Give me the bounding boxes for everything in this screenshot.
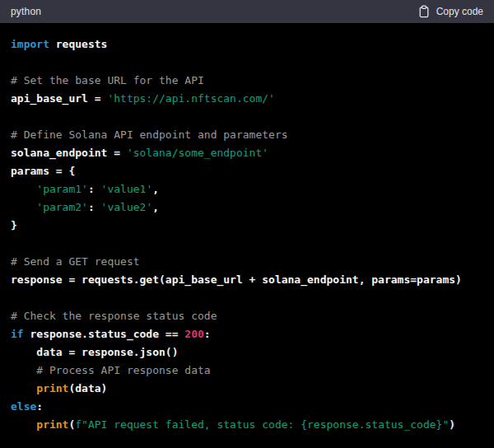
code-token-pl [11, 364, 36, 376]
code-token-pl [11, 418, 36, 431]
code-token-str: f"API request failed, status code: {resp… [75, 418, 449, 431]
code-line: print(data) [11, 380, 483, 398]
code-line: if response.status_code == 200: [11, 325, 483, 343]
code-token-com: # Send a GET request [11, 255, 140, 268]
code-token-str: 'value2' [101, 201, 153, 213]
code-line: response = requests.get(api_base_url + s… [11, 271, 483, 289]
code-token-str: 'solana/some_endpoint' [127, 147, 268, 159]
code-token-pl: requests [49, 38, 107, 50]
code-token-pl: api_base_url = [11, 92, 107, 105]
code-content: import requests # Set the base URL for t… [0, 23, 494, 448]
code-line: # Check the response status code [11, 307, 483, 325]
code-token-pl: : [204, 328, 211, 340]
code-line: # Define Solana API endpoint and paramet… [11, 126, 483, 144]
copy-code-button[interactable]: Copy code [418, 5, 483, 18]
code-line: data = response.json() [11, 343, 483, 362]
code-line: solana_endpoint = 'solana/some_endpoint' [11, 144, 483, 162]
code-block-header: python Copy code [0, 0, 494, 23]
code-token-com: # Define Solana API endpoint and paramet… [11, 128, 288, 141]
code-token-pl: response.status_code == [24, 328, 185, 340]
code-token-str: 'param1' [36, 183, 88, 195]
code-line: # Set the base URL for the API [11, 72, 483, 90]
code-line [11, 108, 483, 126]
code-token-pl: params = { [11, 165, 75, 177]
code-token-pl: ) [449, 418, 455, 431]
code-token-com: # Process API response data [36, 364, 210, 376]
code-line: api_base_url = 'https://api.nftscan.com/… [11, 90, 483, 108]
code-token-pl: (data) [68, 382, 107, 394]
code-line [11, 289, 483, 307]
code-token-pl: } [11, 219, 17, 231]
code-token-pl: response = requests.get(api_base_url + s… [11, 273, 462, 286]
code-line: 'param2': 'value2', [11, 198, 483, 217]
copy-code-label: Copy code [436, 6, 483, 17]
code-token-pl: data = response.json() [11, 346, 179, 358]
code-token-pl: , [152, 201, 159, 213]
code-line [11, 235, 483, 253]
code-token-com: # Check the response status code [11, 310, 217, 322]
code-token-str: 'param2' [36, 201, 88, 213]
code-line: print(f"API request failed, status code:… [11, 416, 483, 434]
code-token-pl [11, 201, 36, 213]
code-token-com: # Set the base URL for the API [11, 74, 204, 86]
code-token-str: 'https://api.nftscan.com/' [107, 92, 275, 105]
code-token-pl: : [88, 201, 101, 213]
code-token-pl: : [88, 183, 101, 195]
code-token-kw: else [11, 400, 36, 413]
code-lines: import requests # Set the base URL for t… [11, 35, 483, 434]
code-token-pl: , [152, 183, 159, 195]
code-line: import requests [11, 35, 483, 54]
code-token-pl [11, 382, 36, 394]
code-line: else: [11, 398, 483, 416]
code-block: python Copy code import requests # Set t… [0, 0, 494, 448]
code-token-kw: if [11, 328, 24, 340]
code-line: } [11, 217, 483, 235]
code-token-pl: : [36, 400, 43, 413]
code-token-num: 200 [184, 328, 203, 340]
language-label: python [11, 6, 41, 17]
code-line: # Process API response data [11, 362, 483, 380]
code-token-fn: print [36, 382, 68, 394]
code-token-pl [11, 183, 36, 195]
code-line: # Send a GET request [11, 253, 483, 271]
code-token-kw: import [11, 38, 49, 50]
code-token-str: 'value1' [101, 183, 153, 195]
code-line: 'param1': 'value1', [11, 180, 483, 198]
code-line [11, 54, 483, 72]
code-token-fn: print [36, 418, 68, 431]
code-line: params = { [11, 162, 483, 180]
clipboard-icon [418, 5, 430, 18]
code-token-pl: solana_endpoint = [11, 147, 127, 159]
